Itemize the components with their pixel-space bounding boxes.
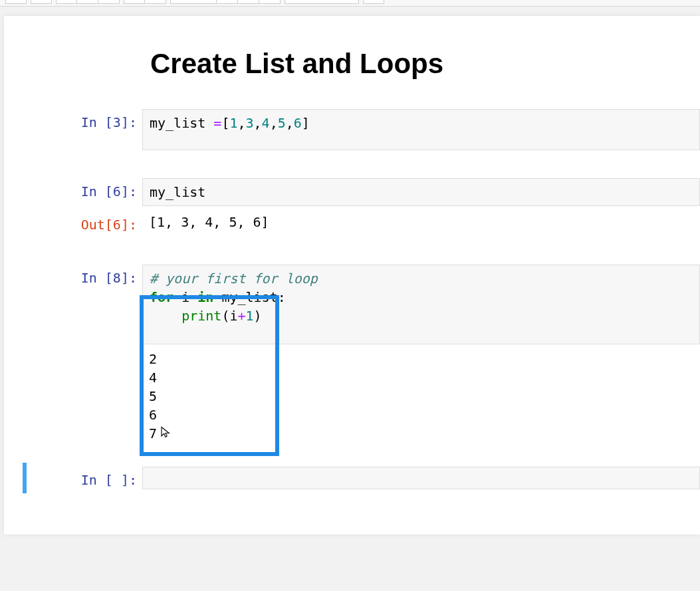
move-down-button[interactable] [145,0,166,4]
code-input[interactable]: my_list [142,178,700,206]
output-row: 2 4 5 6 7 [4,348,700,447]
add-cell-button[interactable] [31,0,52,4]
cell-type-select[interactable]: Code [285,0,359,4]
code-cell[interactable]: In [6]: my_list [4,178,700,206]
code-cell[interactable]: In [8]: # your first for loop for i in m… [4,265,700,344]
markdown-heading: Create List and Loops [150,48,700,80]
in-prompt: In [8]: [4,265,142,344]
copy-button[interactable] [77,0,98,4]
output-row: Out[6]: [1, 3, 4, 5, 6] [4,211,700,235]
in-prompt: In [3]: [4,109,142,150]
code-cell-selected[interactable]: In [ ]: [4,467,700,489]
code-cell[interactable]: In [3]: my_list =[1,3,4,5,6] [4,109,700,150]
in-prompt: In [6]: [4,178,142,206]
cut-button[interactable] [56,0,77,4]
in-prompt: In [ ]: [4,467,142,489]
empty-prompt [4,348,142,447]
stream-output: 2 4 5 6 7 [142,348,700,447]
notebook-container: Create List and Loops In [3]: my_list =[… [0,7,700,534]
stop-button[interactable] [217,0,238,4]
code-input[interactable] [142,467,700,489]
out-prompt: Out[6]: [4,211,142,235]
output-text: [1, 3, 4, 5, 6] [142,211,700,235]
restart-button[interactable] [238,0,259,4]
toolbar: Run Code [0,0,700,7]
code-input[interactable]: my_list =[1,3,4,5,6] [142,109,700,150]
move-up-button[interactable] [124,0,145,4]
save-button[interactable] [5,0,27,4]
restart-run-all-button[interactable] [259,0,281,4]
paste-button[interactable] [98,0,120,4]
notebook[interactable]: Create List and Loops In [3]: my_list =[… [4,16,700,534]
code-input[interactable]: # your first for loop for i in my_list: … [142,265,700,344]
command-palette-button[interactable] [363,0,384,4]
run-button[interactable]: Run [170,0,217,4]
